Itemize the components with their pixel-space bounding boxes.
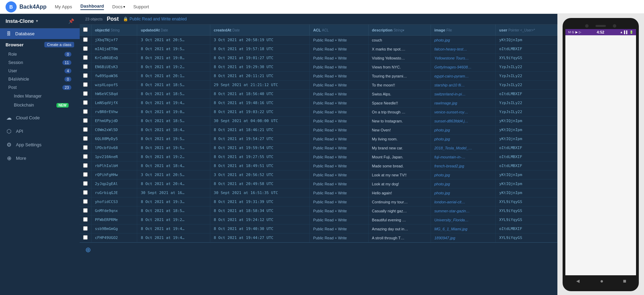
row-checkbox-6[interactable]	[83, 91, 88, 96]
col-header-updatedat: updatedAt Date	[137, 25, 210, 36]
row-checkbox-14[interactable]	[83, 163, 88, 168]
table-row[interactable]: rbPlhIalbH 8 Oct 2021 at 18:4… 8 Oct 202…	[80, 162, 557, 170]
sidebar-item-blockchain[interactable]: Blockchain NEW	[6, 101, 74, 110]
table-row[interactable]: fw89SpaW36 8 Oct 2021 at 20:1… 8 Oct 202…	[80, 72, 557, 81]
row-checkbox-12[interactable]	[83, 145, 88, 150]
row-checkbox-19[interactable]	[83, 208, 88, 213]
nav-support[interactable]: Support	[133, 4, 149, 9]
table-row[interactable]: mIAQjaET0m 8 Oct 2021 at 19:5… 8 Oct 202…	[80, 45, 557, 54]
row-checkbox-cell-7	[80, 99, 91, 108]
sidebar-item-index-manager[interactable]: Index Manager	[6, 92, 74, 101]
table-row[interactable]: EFhmUPpjdD 8 Oct 2021 at 18:5… 30 Sept 2…	[80, 117, 557, 126]
table-row[interactable]: wzpXLopofS 8 Oct 2021 at 18:5… 29 Sept 2…	[80, 81, 557, 90]
cell-objectid-11: 6QL08MyDy5	[91, 135, 137, 144]
create-class-button[interactable]: Create a class	[44, 42, 74, 47]
row-checkbox-0[interactable]	[83, 37, 88, 42]
row-checkbox-cell-0	[80, 36, 91, 45]
row-checkbox-3[interactable]	[83, 64, 88, 69]
logo[interactable]: B Back4App	[6, 1, 46, 12]
cell-updatedat-4: 8 Oct 2021 at 20:1…	[137, 72, 210, 81]
row-checkbox-4[interactable]	[83, 73, 88, 78]
phone-recents-button[interactable]: ■	[623, 278, 626, 284]
cell-image-7: rawImage.jpg	[431, 99, 495, 108]
cell-description-19: Casually night gaz…	[368, 206, 431, 215]
cell-description-1: X marks the spot.…	[368, 45, 431, 54]
table-row[interactable]: rQPihFgHHw 3 Oct 2021 at 20:5… 3 Oct 202…	[80, 170, 557, 179]
sidebar-item-database[interactable]: 🗄 Database	[0, 28, 80, 39]
row-checkbox-1[interactable]	[83, 46, 88, 51]
sidebar-item-api[interactable]: ⬡ API	[0, 125, 80, 138]
table-row[interactable]: 2yJqp2gEAl 8 Oct 2021 at 20:4… 8 Oct 202…	[80, 179, 557, 188]
class-item-post[interactable]: Post 23	[6, 83, 74, 92]
row-checkbox-16[interactable]	[83, 181, 88, 186]
app-name[interactable]: Insta-Clone ▾	[6, 18, 38, 24]
cell-description-7: Space Needle!!	[368, 99, 431, 108]
phone-status-left-icons: M G ▶ ▷	[568, 30, 581, 34]
cell-acl-19: Public Read + Write	[309, 206, 368, 215]
row-checkbox-10[interactable]	[83, 127, 88, 132]
row-checkbox-cell-1	[80, 45, 91, 54]
nav-my-apps[interactable]: My Apps	[55, 4, 72, 9]
add-row-button[interactable]: ⊕	[85, 246, 91, 254]
row-checkbox-cell-21	[80, 224, 91, 233]
class-item-role[interactable]: Role 0	[6, 50, 74, 58]
row-checkbox-9[interactable]	[83, 118, 88, 123]
table-row[interactable]: yhofidCCS3 8 Oct 2021 at 19:3… 8 Oct 202…	[80, 197, 557, 206]
table-row[interactable]: cFHP49UGO2 8 Oct 2021 at 19:4… 8 Oct 202…	[80, 233, 557, 242]
table-row[interactable]: 6QL08MyDy5 8 Oct 2021 at 19:5… 8 Oct 202…	[80, 135, 557, 144]
nav-dashboard[interactable]: Dashboard	[80, 3, 104, 10]
sidebar-item-more[interactable]: ⊕ More	[0, 151, 80, 165]
cell-user-2: XYL9iYqyGS	[496, 54, 557, 63]
cell-objectid-4: fw89SpaW36	[91, 72, 137, 81]
cloud-code-label: Cloud Code	[16, 115, 40, 120]
row-checkbox-20[interactable]	[83, 217, 88, 222]
phone-back-button[interactable]: ◄	[575, 278, 581, 284]
cell-createdat-16: 8 Oct 2021 at 20:49:58 UTC	[210, 179, 310, 188]
class-item-b4avehicle[interactable]: B4aVehicle 0	[6, 75, 74, 83]
class-item-user[interactable]: User 4	[6, 67, 74, 75]
table-row[interactable]: KrCoB6UEnQ 8 Oct 2021 at 19:0… 8 Oct 202…	[80, 54, 557, 63]
row-checkbox-17[interactable]	[83, 190, 88, 195]
phone-home-button[interactable]: ●	[600, 278, 603, 284]
nav-docs-link[interactable]: Docs	[112, 4, 123, 9]
table-row[interactable]: PFWbERPRMe 8 Oct 2021 at 19:2… 8 Oct 202…	[80, 215, 557, 224]
table-row[interactable]: ssb9BmGmGg 8 Oct 2021 at 19:4… 8 Oct 202…	[80, 224, 557, 233]
table-row[interactable]: ruGrbiqGJE 30 Sept 2021 at 16… 30 Sept 2…	[80, 188, 557, 197]
table-row[interactable]: LmNSqdVjfX 8 Oct 2021 at 19:4… 8 Oct 202…	[80, 99, 557, 108]
row-checkbox-11[interactable]	[83, 136, 88, 141]
table-row[interactable]: C0Wm2xWl5D 8 Oct 2021 at 18:4… 8 Oct 202…	[80, 126, 557, 135]
table-row[interactable]: lPDcbfUv68 8 Oct 2021 at 19:5… 8 Oct 202…	[80, 144, 557, 153]
row-checkbox-2[interactable]	[83, 55, 88, 60]
table-row[interactable]: GnMYde9qnx 8 Oct 2021 at 18:5… 8 Oct 202…	[80, 206, 557, 215]
row-checkbox-cell-2	[80, 54, 91, 63]
row-checkbox-13[interactable]	[83, 154, 88, 159]
row-checkbox-22[interactable]	[83, 235, 88, 240]
cell-description-22: A stroll through T…	[368, 233, 431, 242]
table-row[interactable]: 1pv210AneR 8 Oct 2021 at 19:2… 8 Oct 202…	[80, 153, 557, 162]
class-item-session[interactable]: Session 11	[6, 58, 74, 67]
row-checkbox-cell-14	[80, 162, 91, 170]
class-count-user: 4	[64, 68, 71, 73]
sidebar-item-cloud-code[interactable]: ☁ Cloud Code	[0, 111, 80, 125]
row-checkbox-18[interactable]	[83, 199, 88, 204]
col-type-image: File	[447, 28, 452, 32]
row-checkbox-cell-16	[80, 179, 91, 188]
table-row[interactable]: rvBR0rEVhw 8 Oct 2021 at 19:0… 8 Oct 202…	[80, 108, 557, 117]
cell-createdat-11: 8 Oct 2021 at 19:54:27 UTC	[210, 135, 310, 144]
table-row[interactable]: EN6BiUEsK3 8 Oct 2021 at 19:2… 8 Oct 202…	[80, 63, 557, 72]
row-checkbox-5[interactable]	[83, 82, 88, 87]
database-label: Database	[15, 31, 35, 36]
table-row[interactable]: hW6eVCS8qd 8 Oct 2021 at 18:5… 8 Oct 202…	[80, 90, 557, 99]
sidebar-item-app-settings[interactable]: ⚙ App Settings	[0, 138, 80, 151]
row-checkbox-21[interactable]	[83, 226, 88, 231]
row-checkbox-7[interactable]	[83, 100, 88, 105]
table-row[interactable]: jXbqTNjxf7 3 Oct 2021 at 20:5… 3 Oct 202…	[80, 36, 557, 45]
row-checkbox-8[interactable]	[83, 109, 88, 114]
cell-image-2: Yellowstone Tours…	[431, 54, 495, 63]
cell-objectid-0: jXbqTNjxf7	[91, 36, 137, 45]
cell-createdat-2: 8 Oct 2021 at 19:01:27 UTC	[210, 54, 310, 63]
row-checkbox-15[interactable]	[83, 172, 88, 177]
cell-updatedat-10: 8 Oct 2021 at 18:4…	[137, 126, 210, 135]
nav-docs[interactable]: Docs ▾	[112, 4, 125, 9]
select-all-checkbox[interactable]	[83, 27, 88, 32]
